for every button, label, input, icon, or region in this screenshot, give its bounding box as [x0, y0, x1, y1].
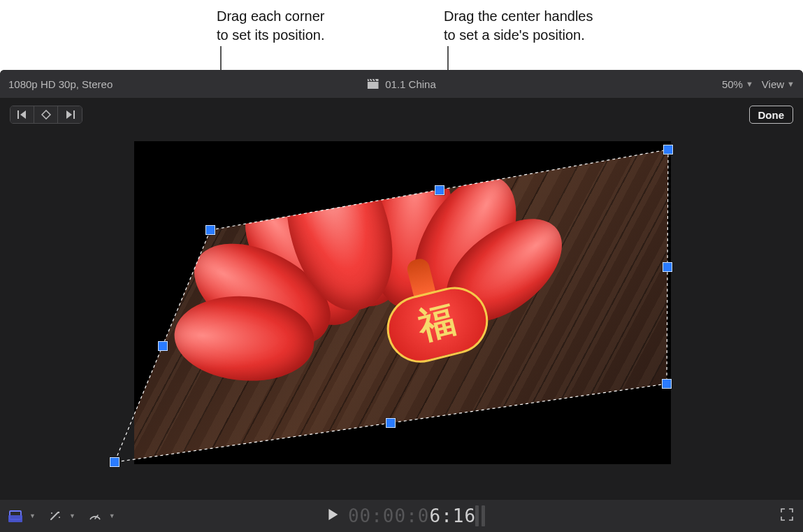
svg-rect-6 — [17, 110, 19, 119]
svg-rect-13 — [8, 515, 22, 522]
svg-point-16 — [51, 512, 52, 514]
svg-rect-0 — [367, 82, 378, 89]
done-button[interactable]: Done — [749, 106, 794, 124]
callout-center-l2: to set a side's position. — [444, 26, 593, 45]
callout-center: Drag the center handles to set a side's … — [444, 7, 593, 45]
svg-marker-8 — [42, 110, 50, 119]
callout-corner-l2: to set its position. — [217, 26, 325, 45]
svg-rect-10 — [73, 110, 75, 119]
corner-handle-bottom-left[interactable] — [110, 457, 120, 467]
viewer-area: 福 — [0, 126, 803, 500]
timecode-display: 00:00:06:16 — [327, 505, 476, 526]
audio-meter-bar — [475, 505, 479, 526]
zoom-dropdown[interactable]: 50% ▼ — [722, 78, 753, 90]
svg-point-17 — [59, 517, 60, 518]
callouts-region: Drag each corner to set its position. Dr… — [0, 0, 803, 70]
timecode-value[interactable]: 00:00:06:16 — [348, 505, 476, 526]
view-label: View — [762, 78, 784, 90]
timecode-active: 6:16 — [429, 505, 476, 526]
viewer-canvas[interactable]: 福 — [134, 141, 671, 464]
chevron-down-icon: ▼ — [109, 512, 115, 519]
keyframe-nav — [10, 106, 82, 124]
viewer-topbar: 1080p HD 30p, Stereo 01.1 China 50% ▼ Vi… — [0, 70, 803, 98]
svg-marker-9 — [66, 110, 72, 119]
svg-marker-5 — [20, 110, 26, 119]
prev-keyframe-button[interactable] — [10, 106, 34, 123]
audio-meter-bar — [482, 505, 485, 526]
transform-tool-dropdown[interactable]: ▼ — [8, 510, 36, 522]
zoom-value: 50% — [722, 78, 743, 90]
callout-center-l1: Drag the center handles — [444, 7, 593, 26]
chevron-down-icon: ▼ — [69, 512, 75, 519]
magic-wand-icon — [48, 510, 62, 522]
retime-tool-dropdown[interactable]: ▼ — [88, 510, 115, 522]
format-label: 1080p HD 30p, Stereo — [8, 78, 113, 90]
viewer-bottombar: ▼ ▼ ▼ 00:00:06:16 — [0, 500, 803, 532]
svg-point-15 — [58, 512, 59, 513]
enhance-tool-dropdown[interactable]: ▼ — [48, 510, 75, 522]
clip-title: 01.1 China — [385, 78, 436, 90]
viewer-panel: 1080p HD 30p, Stereo 01.1 China 50% ▼ Vi… — [0, 70, 803, 532]
speedometer-icon — [88, 510, 102, 522]
chevron-down-icon: ▼ — [787, 80, 795, 88]
viewer-subbar: Done — [0, 98, 803, 126]
crop-transform-icon — [8, 510, 22, 522]
fu-character: 福 — [414, 295, 461, 352]
fullscreen-button[interactable] — [781, 508, 793, 524]
clapperboard-icon — [367, 79, 378, 89]
timecode-gray: 00:00:0 — [348, 505, 430, 526]
view-dropdown[interactable]: View ▼ — [762, 78, 795, 90]
callout-corner: Drag each corner to set its position. — [217, 7, 325, 45]
next-keyframe-button[interactable] — [58, 106, 82, 123]
callout-corner-l1: Drag each corner — [217, 7, 325, 26]
add-keyframe-button[interactable] — [34, 106, 58, 123]
distorted-image[interactable]: 福 — [134, 141, 671, 464]
chevron-down-icon: ▼ — [746, 80, 753, 88]
audio-meter[interactable] — [475, 505, 485, 526]
svg-marker-19 — [328, 509, 338, 520]
chevron-down-icon: ▼ — [29, 512, 36, 519]
play-button[interactable] — [327, 508, 338, 524]
